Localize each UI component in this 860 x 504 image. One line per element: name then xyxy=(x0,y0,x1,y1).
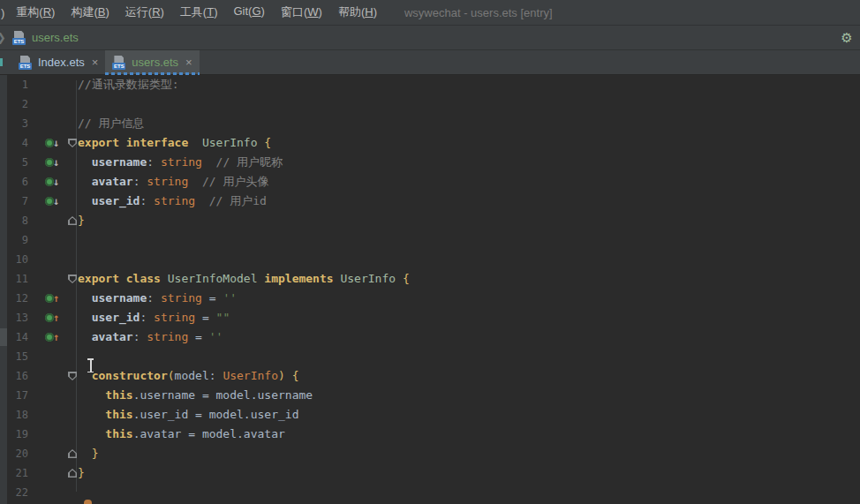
line-number[interactable]: 11 xyxy=(7,269,28,289)
code-line[interactable]: 10 xyxy=(0,250,860,269)
line-number[interactable]: 15 xyxy=(7,347,28,366)
code-token: { xyxy=(264,136,271,149)
code-line[interactable]: 14↑ avatar: string = '' xyxy=(0,327,860,347)
code-token: } xyxy=(92,447,99,460)
menu-item[interactable]: 帮助(H) xyxy=(330,1,385,24)
code-token xyxy=(188,136,202,149)
code-line[interactable]: 15 xyxy=(0,347,860,366)
menu-item[interactable]: 工具(T) xyxy=(172,1,226,24)
line-number[interactable]: 4 xyxy=(7,133,28,153)
code-token: // 用户头像 xyxy=(202,175,268,188)
breadcrumb: ❯ ETS users.ets ⚙ xyxy=(0,26,860,50)
code-token: avatar xyxy=(92,175,133,188)
breadcrumb-file-name[interactable]: users.ets xyxy=(32,31,79,44)
menu-item-partial[interactable]: ) xyxy=(0,6,8,19)
fold-close-icon[interactable] xyxy=(68,449,77,458)
menu-item[interactable]: 运行(R) xyxy=(117,1,172,24)
code-line[interactable]: 8} xyxy=(0,211,860,230)
code-line[interactable]: 22 xyxy=(0,483,860,502)
implemented-marker-icon[interactable]: ↓ xyxy=(45,177,64,187)
line-number[interactable]: 10 xyxy=(7,250,28,269)
code-line[interactable]: 19 this.avatar = model.avatar xyxy=(0,425,860,444)
code-line[interactable]: 1//通讯录数据类型: xyxy=(0,75,860,94)
code-token: username xyxy=(92,291,147,305)
code-token: export interface xyxy=(78,136,188,149)
code-token: username xyxy=(92,155,147,169)
code-line[interactable]: 13↑ user_id: string = "" xyxy=(0,308,860,327)
code-line[interactable]: 12↑ username: string = '' xyxy=(0,289,860,308)
line-number[interactable]: 7 xyxy=(7,192,28,211)
code-token: = xyxy=(195,311,215,324)
fold-open-icon[interactable] xyxy=(68,275,77,283)
code-token: = xyxy=(202,291,223,305)
code-line[interactable]: 11export class UserInfoModel implements … xyxy=(0,269,860,289)
line-number[interactable]: 5 xyxy=(7,153,28,172)
fold-close-icon[interactable] xyxy=(68,216,77,225)
line-number[interactable]: 3 xyxy=(7,114,28,133)
code-line[interactable]: 5↓ username: string // 用户昵称 xyxy=(0,153,860,172)
line-number[interactable]: 12 xyxy=(7,289,28,308)
implemented-marker-icon[interactable]: ↓ xyxy=(45,157,64,168)
line-number[interactable]: 14 xyxy=(7,327,28,347)
code-editor[interactable]: 1//通讯录数据类型:23// 用户信息4↓export interface U… xyxy=(0,75,860,504)
tab-users.ets[interactable]: ETSusers.ets× xyxy=(105,50,199,74)
code-line[interactable]: 7↓ user_id: string // 用户id xyxy=(0,192,860,211)
code-token xyxy=(78,408,105,421)
close-icon[interactable]: × xyxy=(185,56,192,69)
line-number[interactable]: 21 xyxy=(7,463,28,483)
menu-item[interactable]: 构建(B) xyxy=(63,1,117,24)
menu-item[interactable]: 重构(R) xyxy=(8,1,63,24)
implemented-marker-icon[interactable]: ↓ xyxy=(45,196,64,207)
line-number[interactable]: 2 xyxy=(7,94,28,114)
code-token: : xyxy=(140,194,154,207)
fold-open-icon[interactable] xyxy=(68,372,77,380)
close-icon[interactable]: × xyxy=(92,56,99,69)
implemented-marker-icon[interactable]: ↓ xyxy=(45,138,64,148)
editor-tab-bar: ETSIndex.ets×ETSusers.ets× xyxy=(0,50,860,75)
code-line[interactable]: 6↓ avatar: string // 用户头像 xyxy=(0,172,860,192)
code-line[interactable]: 20 } xyxy=(0,444,860,463)
code-token: .username = model.username xyxy=(133,388,313,402)
line-number[interactable]: 18 xyxy=(7,405,28,425)
overrides-marker-icon[interactable]: ↑ xyxy=(45,332,64,342)
tab-Index.ets[interactable]: ETSIndex.ets× xyxy=(11,50,105,74)
code-token xyxy=(202,155,216,169)
line-number[interactable]: 22 xyxy=(7,483,28,502)
code-token xyxy=(161,272,168,285)
code-token: } xyxy=(78,214,85,227)
line-number[interactable]: 19 xyxy=(7,425,28,444)
code-token xyxy=(78,311,92,324)
line-number[interactable]: 13 xyxy=(7,308,28,327)
code-line[interactable]: 17 this.username = model.username xyxy=(0,386,860,405)
line-number[interactable]: 17 xyxy=(7,386,28,405)
code-token xyxy=(78,427,105,440)
code-line[interactable]: 4↓export interface UserInfo { xyxy=(0,133,860,153)
code-line[interactable]: 3// 用户信息 xyxy=(0,114,860,133)
code-lines: 1//通讯录数据类型:23// 用户信息4↓export interface U… xyxy=(0,75,860,502)
code-token: this xyxy=(105,408,132,421)
fold-open-icon[interactable] xyxy=(68,139,77,147)
line-number[interactable]: 1 xyxy=(7,75,28,94)
clipped-code-fragment xyxy=(84,500,92,504)
line-number[interactable]: 9 xyxy=(7,230,28,250)
code-token: user_id xyxy=(92,311,140,324)
code-token xyxy=(78,155,92,169)
fold-close-icon[interactable] xyxy=(68,469,77,478)
line-number[interactable]: 20 xyxy=(7,444,28,463)
code-line[interactable]: 21} xyxy=(0,463,860,483)
line-number[interactable]: 6 xyxy=(7,172,28,192)
code-line[interactable]: 2 xyxy=(0,94,860,114)
menu-item[interactable]: Git(G) xyxy=(226,1,273,24)
overrides-marker-icon[interactable]: ↑ xyxy=(45,312,64,323)
code-token: = xyxy=(188,330,208,343)
gear-icon[interactable]: ⚙ xyxy=(839,30,855,46)
code-token xyxy=(188,175,202,188)
line-number[interactable]: 16 xyxy=(7,366,28,386)
line-number[interactable]: 8 xyxy=(7,211,28,230)
code-line[interactable]: 16 constructor(model: UserInfo) { xyxy=(0,366,860,386)
code-line[interactable]: 9 xyxy=(0,230,860,250)
menu-item[interactable]: 窗口(W) xyxy=(273,1,330,24)
code-token: this xyxy=(105,388,132,402)
code-line[interactable]: 18 this.user_id = model.user_id xyxy=(0,405,860,425)
overrides-marker-icon[interactable]: ↑ xyxy=(45,293,64,304)
